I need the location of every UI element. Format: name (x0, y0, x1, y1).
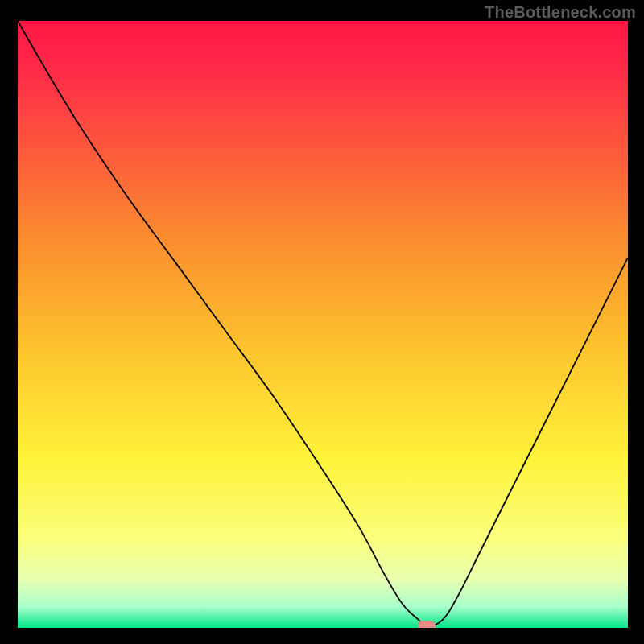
chart-background-gradient (18, 21, 628, 628)
chart-frame: TheBottleneck.com (0, 0, 644, 644)
chart-svg (18, 21, 628, 628)
watermark-text: TheBottleneck.com (485, 3, 636, 22)
optimal-point-marker (418, 621, 436, 628)
chart-plot-area (18, 21, 628, 628)
